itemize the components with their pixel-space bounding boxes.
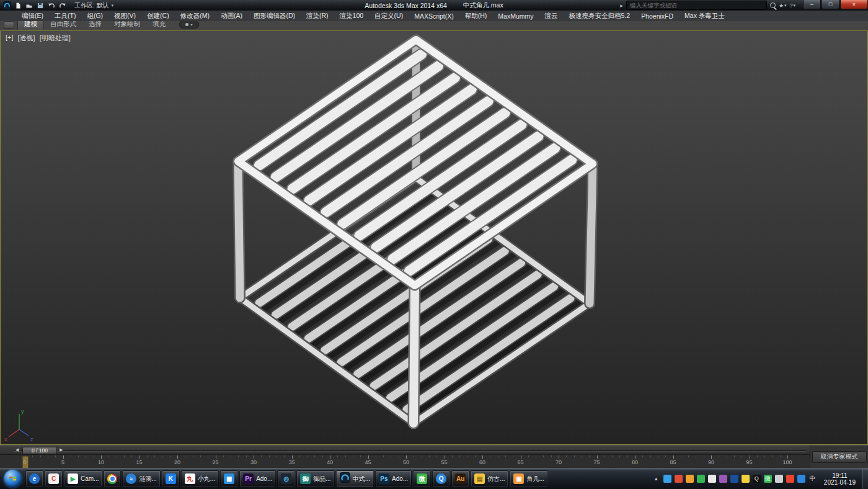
tray-icon-10[interactable]	[786, 475, 794, 483]
taskbar-item-label: 仿古...	[487, 475, 505, 483]
tray-icon-1[interactable]	[663, 475, 671, 483]
menu-item-9[interactable]: 渲染100	[334, 12, 370, 20]
menu-item-4[interactable]: 创建(C)	[141, 12, 175, 20]
show-desktop-button[interactable]	[862, 469, 868, 489]
close-button[interactable]: ×	[840, 0, 868, 9]
taskbar-app-yupin[interactable]: 御御品...	[296, 470, 334, 487]
taskbar-app-dark-ring[interactable]: ◎	[277, 470, 295, 487]
viewport-3d[interactable]: xyz [+] [透视] [明暗处理]	[0, 30, 868, 445]
maximize-button[interactable]: □	[822, 0, 839, 9]
ruler-tick	[223, 455, 224, 457]
ruler-tick	[673, 455, 674, 459]
ruler-tick-label: 70	[556, 459, 562, 465]
tray-icon-9[interactable]	[775, 475, 783, 483]
taskbar-app-lianyi[interactable]: ≈涟漪...	[122, 470, 160, 487]
svg-text:z: z	[30, 436, 33, 442]
frame-forward-icon[interactable]: ▶	[60, 447, 63, 452]
ruler-tick	[528, 455, 529, 457]
taskbar-clock[interactable]: 19:11 2021-04-19	[824, 472, 856, 486]
taskbar-app-chrome[interactable]	[104, 470, 121, 487]
viewport-canvas[interactable]: xyz	[1, 31, 868, 445]
app-premiere-icon: Pr	[243, 473, 254, 484]
taskbar-app-camtasia[interactable]: ▶Cam...	[64, 470, 102, 487]
taskbar-app-k[interactable]: K	[162, 470, 180, 487]
search-expand-icon[interactable]: ▸	[620, 2, 623, 9]
app-logo-icon[interactable]	[2, 1, 11, 9]
workspace-selector[interactable]: 工作区: 默认 ▾	[74, 1, 113, 10]
ruler-tick	[658, 455, 658, 457]
taskbar-app-blue-grid[interactable]: ▦	[220, 470, 238, 487]
time-slider-handle[interactable]: 0 / 100	[22, 447, 57, 454]
menu-item-2[interactable]: 组(G)	[81, 12, 108, 20]
ruler-tick	[399, 455, 399, 457]
ribbon-grip-icon[interactable]	[4, 21, 14, 29]
menu-item-8[interactable]: 渲染(R)	[301, 12, 334, 20]
taskbar-app-red-c[interactable]: C	[45, 470, 63, 487]
taskbar-app-premiere[interactable]: PrAdo...	[239, 470, 276, 487]
app-blue-ball-icon: Q	[436, 473, 446, 484]
menu-item-6[interactable]: 动画(A)	[215, 12, 248, 20]
menu-item-7[interactable]: 图形编辑器(D)	[248, 12, 301, 20]
viewport-menu-general[interactable]: [+]	[6, 34, 14, 43]
tray-ime[interactable]: 中	[808, 475, 817, 483]
open-file-icon[interactable]	[25, 1, 33, 9]
tray-icon-7[interactable]	[730, 475, 738, 483]
redo-icon[interactable]	[58, 1, 67, 9]
menu-item-11[interactable]: MAXScript(X)	[409, 12, 459, 20]
tray-icon-6[interactable]	[719, 475, 727, 483]
minimize-button[interactable]: –	[803, 0, 821, 9]
menu-item-3[interactable]: 视图(V)	[108, 12, 141, 20]
taskbar-app-folder-jiaoji[interactable]: ▣角几...	[510, 470, 547, 487]
menu-item-1[interactable]: 工具(T)	[49, 12, 81, 20]
tray-icon-3[interactable]	[686, 475, 694, 483]
ruler-tick	[559, 455, 559, 459]
tray-icon-qq[interactable]: Q	[753, 475, 761, 483]
menu-item-12[interactable]: 帮助(H)	[459, 12, 493, 20]
tray-icon-8[interactable]	[742, 475, 750, 483]
frame-back-icon[interactable]: ◀	[16, 447, 19, 452]
taskbar-app-photoshop[interactable]: PsAdo...	[375, 470, 412, 487]
tray-icon-11[interactable]	[797, 475, 805, 483]
tray-icon-2[interactable]	[675, 475, 683, 483]
viewport-menu-shading[interactable]: [明暗处理]	[40, 34, 71, 43]
menu-item-16[interactable]: PhoenixFD	[636, 12, 679, 20]
menu-item-0[interactable]: 编辑(E)	[16, 12, 49, 20]
start-button[interactable]	[4, 470, 22, 488]
tray-icon-wechat[interactable]: 微	[764, 475, 772, 483]
menu-item-5[interactable]: 修改器(M)	[175, 12, 215, 20]
menu-item-17[interactable]: Max 杀毒卫士	[679, 12, 730, 20]
taskbar-app-wechat[interactable]: 微	[413, 470, 431, 487]
tray-expand-icon[interactable]: ▴	[652, 475, 660, 483]
taskbar-app-blue-browser[interactable]: e	[25, 470, 43, 487]
taskbar-app-audition[interactable]: Au	[451, 470, 469, 487]
tray-icon-5[interactable]	[708, 475, 716, 483]
time-slider-track[interactable]	[14, 450, 806, 452]
new-scene-icon[interactable]	[14, 1, 22, 9]
taskbar-app-folder-fanggu[interactable]: ▤仿古...	[471, 470, 508, 487]
viewport-menu-view[interactable]: [透视]	[18, 34, 35, 43]
ribbon-overflow-button[interactable]: ▾	[179, 20, 199, 29]
save-file-icon[interactable]	[36, 1, 45, 9]
search-input[interactable]	[626, 1, 767, 10]
tray-icon-4[interactable]	[697, 475, 705, 483]
menu-item-14[interactable]: 渲云	[539, 12, 564, 20]
help-icon[interactable]: ?▾	[789, 2, 795, 9]
menu-item-15[interactable]: 极速瘦身安全归档5.2	[564, 12, 636, 20]
ruler-tick	[543, 455, 544, 457]
search-icon[interactable]	[770, 2, 776, 8]
taskbar-app-blue-ball[interactable]: Q	[432, 470, 450, 487]
ruler-tick-label: 5	[61, 459, 64, 465]
track-bar-ruler[interactable]: 0510152025303540455055606570758085909510…	[0, 454, 810, 468]
menu-item-10[interactable]: 自定义(U)	[369, 12, 409, 20]
menu-item-13[interactable]: MaxMummy	[492, 12, 539, 20]
ruler-tick	[55, 455, 56, 457]
taskbar-app-xiaowan[interactable]: 丸小丸...	[181, 470, 219, 487]
undo-icon[interactable]	[47, 1, 56, 9]
taskbar-app-3dsmax[interactable]: 中式...	[336, 470, 374, 487]
clock-date: 2021-04-19	[824, 479, 856, 486]
favorites-star-icon[interactable]: ★▾	[779, 2, 787, 9]
3dsmax-icon	[340, 472, 350, 485]
ruler-tick	[414, 455, 414, 457]
cancel-expert-mode-button[interactable]: 取消专家模式	[812, 451, 867, 463]
ruler-tick	[40, 455, 41, 457]
